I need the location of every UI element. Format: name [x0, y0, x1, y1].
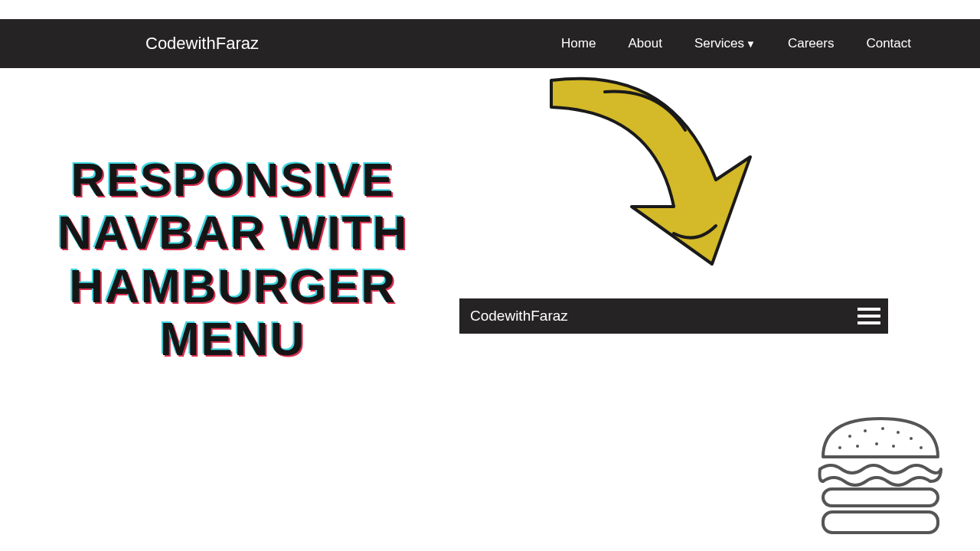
svg-point-3 — [897, 431, 900, 434]
burger-icon — [808, 409, 953, 540]
top-navbar: CodewithFaraz Home About Services▼ Caree… — [0, 19, 980, 68]
hero-line-1: RESPONSIVE — [57, 153, 408, 206]
nav-link-home[interactable]: Home — [561, 36, 596, 51]
svg-point-1 — [864, 429, 867, 432]
curved-arrow-icon — [521, 57, 766, 302]
hamburger-line — [858, 321, 880, 324]
hero-title: RESPONSIVE NAVBAR WITH HAMBURGER MENU — [57, 153, 408, 366]
svg-point-4 — [910, 437, 913, 440]
chevron-down-icon: ▼ — [746, 38, 756, 50]
hamburger-line — [858, 308, 880, 311]
svg-rect-10 — [823, 489, 938, 506]
hamburger-line — [858, 315, 880, 318]
nav-link-services[interactable]: Services▼ — [694, 36, 756, 51]
navbar-links: Home About Services▼ Careers Contact — [561, 36, 911, 51]
svg-point-9 — [920, 446, 923, 449]
navbar-brand[interactable]: CodewithFaraz — [145, 34, 259, 54]
hamburger-menu-button[interactable] — [858, 308, 880, 324]
svg-point-5 — [856, 445, 859, 448]
svg-point-6 — [875, 442, 878, 445]
hero-line-4: MENU — [57, 312, 408, 365]
mobile-navbar-brand[interactable]: CodewithFaraz — [470, 308, 568, 324]
hero-line-3: HAMBURGER — [57, 259, 408, 312]
svg-point-8 — [838, 446, 841, 449]
svg-rect-11 — [823, 512, 938, 533]
nav-link-contact[interactable]: Contact — [866, 36, 911, 51]
nav-link-careers[interactable]: Careers — [788, 36, 834, 51]
mobile-navbar: CodewithFaraz — [459, 298, 888, 334]
svg-point-2 — [881, 427, 884, 430]
svg-point-7 — [892, 445, 895, 448]
nav-link-about[interactable]: About — [628, 36, 662, 51]
hero-line-2: NAVBAR WITH — [57, 206, 408, 259]
svg-point-0 — [848, 435, 851, 438]
